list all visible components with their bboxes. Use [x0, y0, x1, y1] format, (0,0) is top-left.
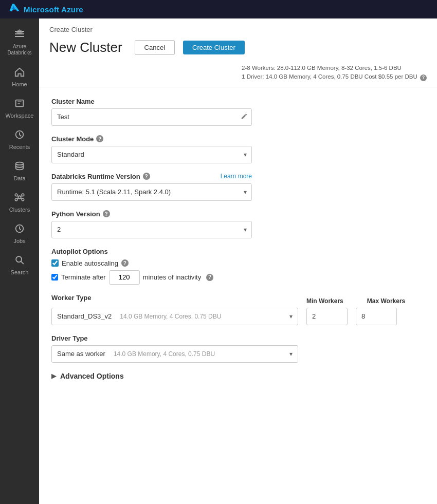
info-help-icon[interactable]: ?: [420, 74, 427, 81]
sidebar-label-jobs: Jobs: [13, 238, 25, 244]
svg-line-15: [21, 198, 22, 199]
cluster-name-label: Cluster Name: [51, 98, 425, 105]
svg-line-18: [21, 262, 24, 264]
content-area: Create Cluster New Cluster Cancel Create…: [39, 18, 437, 504]
cluster-mode-group: Cluster Mode ? Standard High Concurrency…: [51, 135, 425, 163]
advanced-options-toggle[interactable]: ▶ Advanced Options: [51, 372, 425, 380]
svg-rect-4: [16, 100, 24, 107]
autopilot-title: Autopilot Options: [51, 248, 425, 255]
sidebar-item-home[interactable]: Home: [0, 61, 39, 92]
svg-line-12: [17, 196, 18, 197]
worker-type-label: Worker Type: [51, 294, 298, 302]
page-title: Create Cluster: [49, 26, 427, 33]
worker-type-select-container[interactable]: Standard_DS3_v2 14.0 GB Memory, 4 Cores,…: [51, 308, 298, 325]
python-select[interactable]: 2 3: [51, 221, 252, 238]
learn-more-link[interactable]: Learn more: [221, 173, 252, 180]
cluster-info-line1: 2-8 Workers: 28.0-112.0 GB Memory, 8-32 …: [242, 64, 427, 72]
svg-line-13: [21, 196, 22, 197]
cluster-info: 2-8 Workers: 28.0-112.0 GB Memory, 8-32 …: [242, 64, 427, 82]
runtime-version-group: Databricks Runtime Version ? Learn more …: [51, 173, 425, 201]
python-help-icon[interactable]: ?: [103, 210, 110, 217]
max-workers-input[interactable]: [356, 308, 397, 325]
svg-point-6: [16, 162, 24, 165]
autoscaling-row: Enable autoscaling ?: [51, 259, 425, 267]
worker-type-desc: 14.0 GB Memory, 4 Cores, 0.75 DBU: [120, 313, 285, 320]
driver-type-arrow-icon: ▾: [289, 350, 293, 358]
cancel-button[interactable]: Cancel: [135, 40, 175, 55]
home-icon: [14, 66, 25, 79]
topbar-title: Microsoft Azure: [24, 5, 83, 14]
terminate-label-before: Terminate after: [61, 273, 106, 281]
autoscaling-label: Enable autoscaling: [62, 259, 118, 267]
databricks-icon: [13, 28, 26, 42]
driver-type-label: Driver Type: [51, 334, 425, 342]
workspace-icon: [14, 98, 25, 110]
page-header: Create Cluster New Cluster Cancel Create…: [39, 18, 437, 87]
edit-icon: [241, 113, 248, 121]
cluster-mode-select[interactable]: Standard High Concurrency Single Node: [51, 146, 252, 163]
sidebar-label-search: Search: [11, 269, 29, 275]
azure-logo-icon: [8, 3, 20, 16]
advanced-options-label: Advanced Options: [60, 372, 124, 380]
cluster-mode-help-icon[interactable]: ?: [96, 135, 103, 142]
enable-autoscaling-checkbox[interactable]: [51, 259, 59, 267]
clusters-icon: [14, 192, 25, 204]
cluster-name-group: Cluster Name: [51, 98, 425, 126]
runtime-select[interactable]: Runtime: 5.1 (Scala 2.11, Spark 2.4.0) R…: [51, 183, 252, 201]
python-select-wrapper: 2 3 ▾: [51, 221, 252, 238]
sidebar-label-clusters: Clusters: [9, 207, 30, 213]
sidebar-item-data[interactable]: Data: [0, 155, 39, 186]
create-cluster-button[interactable]: Create Cluster: [183, 41, 245, 54]
worker-type-arrow-icon: ▾: [289, 313, 293, 320]
max-workers-label: Max Workers: [367, 297, 405, 305]
runtime-label-row: Databricks Runtime Version ? Learn more: [51, 173, 252, 180]
autopilot-section: Autopilot Options Enable autoscaling ? T…: [51, 248, 425, 285]
jobs-icon: [14, 223, 25, 236]
sidebar-label-databricks: AzureDatabricks: [7, 44, 31, 56]
sidebar-label-data: Data: [13, 175, 25, 181]
data-icon: [14, 160, 25, 173]
worker-type-group: Worker Type Min Workers Max Workers Stan…: [51, 294, 425, 325]
terminate-minutes-input[interactable]: [109, 270, 140, 285]
cluster-name-wrapper: [51, 108, 252, 126]
terminate-checkbox[interactable]: [51, 274, 58, 281]
cluster-mode-label: Cluster Mode ?: [51, 135, 425, 143]
min-workers-label: Min Workers: [306, 297, 343, 305]
form-area: Cluster Name Cluster Mode ? Standard: [39, 87, 437, 390]
topbar: Microsoft Azure: [0, 0, 437, 18]
sidebar-item-clusters[interactable]: Clusters: [0, 186, 39, 218]
advanced-options-arrow-icon: ▶: [51, 372, 56, 380]
driver-type-desc: 14.0 GB Memory, 4 Cores, 0.75 DBU: [114, 350, 285, 358]
runtime-help-icon[interactable]: ?: [143, 173, 150, 180]
sidebar-label-workspace: Workspace: [6, 113, 34, 119]
cluster-mode-select-wrapper: Standard High Concurrency Single Node ▾: [51, 146, 252, 163]
sidebar-item-azure-databricks[interactable]: AzureDatabricks: [0, 23, 39, 61]
sidebar-item-search[interactable]: Search: [0, 249, 39, 281]
sidebar-label-recents: Recents: [9, 144, 30, 150]
worker-type-value: Standard_DS3_v2: [57, 312, 112, 320]
python-label: Python Version ?: [51, 210, 425, 218]
autoscaling-help-icon[interactable]: ?: [121, 259, 129, 267]
sidebar-item-workspace[interactable]: Workspace: [0, 92, 39, 124]
terminate-help-icon[interactable]: ?: [206, 274, 213, 281]
driver-type-select-container[interactable]: Same as worker 14.0 GB Memory, 4 Cores, …: [51, 345, 298, 363]
cluster-name-heading: New Cluster: [49, 40, 122, 55]
sidebar-item-jobs[interactable]: Jobs: [0, 218, 39, 249]
search-icon: [14, 254, 25, 267]
cluster-header: New Cluster Cancel Create Cluster 2-8 Wo…: [49, 40, 427, 82]
runtime-label: Databricks Runtime Version ?: [51, 173, 150, 180]
svg-point-7: [18, 196, 21, 199]
sidebar: AzureDatabricks Home Workspace: [0, 18, 39, 504]
cluster-name-input[interactable]: [51, 108, 252, 126]
sidebar-item-recents[interactable]: Recents: [0, 124, 39, 155]
terminate-label-after: minutes of inactivity: [143, 273, 201, 281]
terminate-row: Terminate after minutes of inactivity ?: [51, 270, 425, 285]
recents-icon: [14, 129, 25, 142]
driver-type-value: Same as worker: [57, 350, 105, 358]
svg-line-14: [17, 198, 18, 199]
min-workers-input[interactable]: [306, 308, 348, 325]
python-version-group: Python Version ? 2 3 ▾: [51, 210, 425, 238]
svg-rect-2: [15, 36, 24, 37]
driver-type-group: Driver Type Same as worker 14.0 GB Memor…: [51, 334, 425, 363]
cluster-info-line2: 1 Driver: 14.0 GB Memory, 4 Cores, 0.75 …: [242, 72, 427, 81]
